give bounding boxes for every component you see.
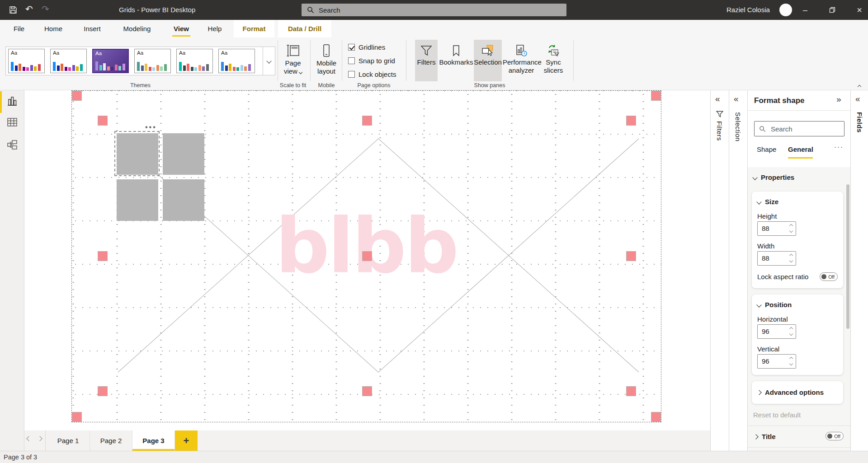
- gridlines-checkbox-row[interactable]: Gridlines: [348, 43, 385, 51]
- previous-page-icon[interactable]: [26, 436, 31, 441]
- snap-to-grid-checkbox[interactable]: [348, 57, 355, 64]
- fields-pane-collapsed[interactable]: « Fields: [850, 90, 868, 451]
- format-pane-scrollbar[interactable]: [846, 184, 849, 329]
- sidebar-item-data-view[interactable]: [6, 117, 18, 128]
- shape-square[interactable]: [163, 179, 204, 221]
- selection-toggle-button[interactable]: Selection: [474, 40, 502, 81]
- collapse-ribbon-icon[interactable]: [858, 82, 861, 90]
- restore-button[interactable]: [822, 0, 843, 20]
- vertical-stepper[interactable]: 96: [757, 354, 796, 369]
- menu-insert[interactable]: Insert: [81, 20, 104, 37]
- menu-view[interactable]: View: [170, 20, 192, 37]
- menu-modeling[interactable]: Modeling: [119, 20, 155, 37]
- themes-gallery-dropdown[interactable]: [263, 47, 275, 75]
- add-page-button[interactable]: +: [175, 430, 198, 451]
- page-view-button[interactable]: Page view: [278, 40, 308, 81]
- lock-objects-checkbox[interactable]: [348, 71, 355, 78]
- theme-thumbnail[interactable]: Aa: [176, 49, 213, 73]
- close-button[interactable]: ×: [849, 0, 868, 20]
- selection-handle[interactable]: [98, 116, 108, 126]
- avatar[interactable]: [779, 4, 792, 16]
- stepper-arrows[interactable]: [790, 357, 793, 365]
- filters-pane-collapsed[interactable]: « Filters: [710, 90, 729, 451]
- report-canvas[interactable]: blbb •••: [24, 90, 710, 430]
- filters-toggle-button[interactable]: Filters: [415, 40, 438, 81]
- width-value[interactable]: 88: [762, 254, 769, 262]
- height-stepper[interactable]: 88: [757, 221, 796, 236]
- minimize-button[interactable]: –: [795, 0, 816, 20]
- expand-selection-icon[interactable]: «: [734, 94, 739, 104]
- section-title[interactable]: Title: [754, 433, 776, 440]
- theme-thumbnail[interactable]: Aa: [50, 49, 87, 73]
- menu-format[interactable]: Format: [234, 20, 274, 37]
- stepper-arrows[interactable]: [790, 327, 793, 335]
- menu-data-drill[interactable]: Data / Drill: [278, 20, 331, 37]
- global-search-bar[interactable]: [302, 4, 566, 16]
- selection-handle[interactable]: [362, 116, 372, 126]
- gridlines-checkbox[interactable]: [348, 44, 355, 51]
- tab-overflow-icon[interactable]: ···: [834, 143, 844, 150]
- sidebar-item-report-view[interactable]: [6, 95, 18, 107]
- advanced-options-card[interactable]: Advanced options: [752, 381, 843, 404]
- sidebar-item-model-view[interactable]: [6, 139, 18, 151]
- selection-handle[interactable]: [72, 91, 82, 101]
- selection-handle[interactable]: [98, 251, 108, 261]
- shape-square[interactable]: [163, 133, 204, 175]
- vertical-value[interactable]: 96: [762, 357, 769, 365]
- visual-options-ellipsis[interactable]: •••: [145, 123, 157, 131]
- selection-handle[interactable]: [72, 412, 82, 422]
- format-search-input[interactable]: [770, 125, 840, 133]
- menu-file[interactable]: File: [10, 20, 28, 37]
- report-page[interactable]: blbb •••: [71, 90, 661, 422]
- tab-page-1[interactable]: Page 1: [47, 430, 90, 451]
- section-properties[interactable]: Properties: [753, 173, 794, 181]
- horizontal-value[interactable]: 96: [762, 327, 769, 335]
- selection-handle[interactable]: [651, 412, 661, 422]
- lock-aspect-ratio-toggle[interactable]: Off: [820, 272, 838, 281]
- snap-to-grid-checkbox-row[interactable]: Snap to grid: [348, 57, 395, 65]
- selection-handle[interactable]: [626, 251, 636, 261]
- selection-handle[interactable]: [98, 386, 108, 396]
- width-stepper[interactable]: 88: [757, 251, 796, 266]
- performance-analyzer-button[interactable]: Performance analyzer: [503, 40, 540, 81]
- tab-shape[interactable]: Shape: [757, 145, 776, 153]
- theme-thumbnail[interactable]: Aa: [92, 49, 129, 73]
- reset-to-default-button[interactable]: Reset to default: [753, 411, 801, 419]
- expand-fields-icon[interactable]: «: [855, 94, 860, 104]
- theme-thumbnail[interactable]: Aa: [8, 49, 45, 73]
- account-name[interactable]: Raziel Colosia: [726, 6, 770, 14]
- height-value[interactable]: 88: [762, 224, 769, 232]
- stepper-arrows[interactable]: [790, 224, 793, 232]
- menu-help[interactable]: Help: [205, 20, 225, 37]
- section-position[interactable]: Position: [757, 301, 792, 309]
- selection-handle[interactable]: [651, 91, 661, 101]
- title-toggle[interactable]: Off: [826, 432, 844, 440]
- shape-square[interactable]: [117, 179, 158, 221]
- selection-handle[interactable]: [362, 251, 372, 261]
- stepper-arrows[interactable]: [790, 254, 793, 262]
- theme-thumbnail[interactable]: Aa: [218, 49, 255, 73]
- collapse-format-pane-icon[interactable]: »: [836, 94, 841, 104]
- next-page-icon[interactable]: [37, 436, 42, 441]
- format-search-box[interactable]: [754, 121, 844, 136]
- tab-page-3[interactable]: Page 3: [132, 430, 175, 451]
- save-icon[interactable]: [9, 6, 17, 14]
- horizontal-stepper[interactable]: 96: [757, 324, 796, 339]
- selection-handle[interactable]: [362, 386, 372, 396]
- menu-home[interactable]: Home: [42, 20, 64, 37]
- selection-handle[interactable]: [626, 386, 636, 396]
- section-size[interactable]: Size: [757, 198, 778, 206]
- search-input[interactable]: [318, 6, 546, 14]
- undo-icon[interactable]: ↶: [25, 5, 33, 14]
- sync-slicers-button[interactable]: Sync slicers: [541, 40, 566, 81]
- section-advanced-options[interactable]: Advanced options: [757, 388, 824, 396]
- tab-page-2[interactable]: Page 2: [90, 430, 132, 451]
- theme-thumbnail[interactable]: Aa: [134, 49, 171, 73]
- mobile-layout-button[interactable]: Mobile layout: [311, 40, 342, 81]
- expand-filters-icon[interactable]: «: [715, 94, 720, 104]
- lock-objects-checkbox-row[interactable]: Lock objects: [348, 70, 396, 78]
- selection-handle[interactable]: [626, 116, 636, 126]
- bookmarks-button[interactable]: Bookmarks: [439, 40, 474, 81]
- selection-pane-collapsed[interactable]: « Selection: [729, 90, 747, 451]
- tab-general[interactable]: General: [788, 145, 813, 153]
